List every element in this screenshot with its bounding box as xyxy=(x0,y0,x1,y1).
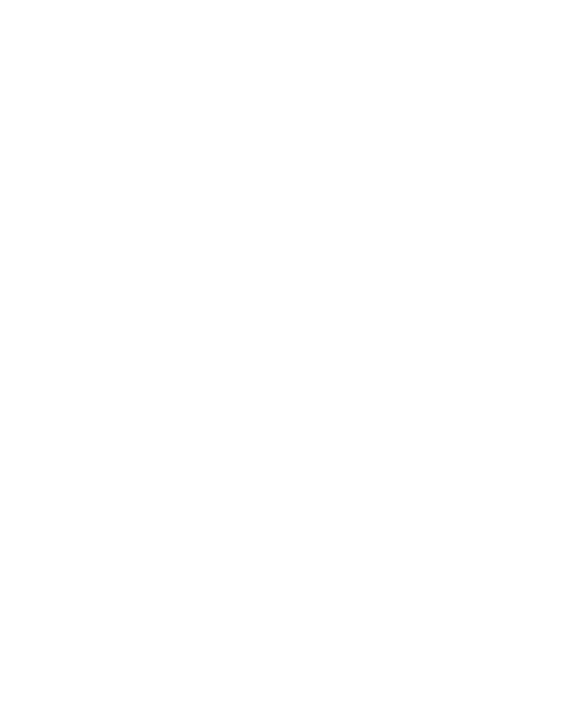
page-canvas xyxy=(0,0,562,728)
